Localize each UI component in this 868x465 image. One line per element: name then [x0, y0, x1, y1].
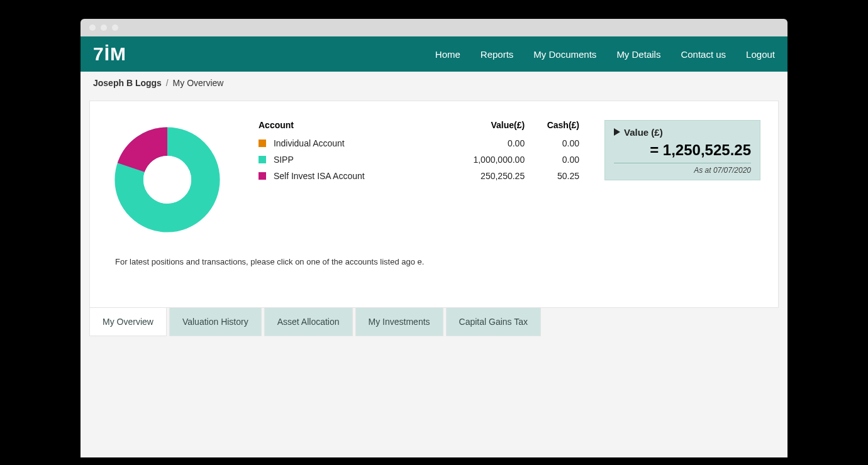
account-cash: 0.00 [525, 151, 579, 168]
logo[interactable]: 7İM [93, 43, 126, 65]
breadcrumb-separator: / [166, 78, 169, 88]
value-box-title: Value (£) [624, 127, 663, 138]
donut-chart [108, 120, 233, 242]
nav-links: Home Reports My Documents My Details Con… [435, 49, 775, 60]
tab-overview[interactable]: My Overview [89, 308, 167, 336]
donut-hole [143, 156, 191, 204]
breadcrumb-user[interactable]: Joseph B Loggs [93, 78, 162, 88]
account-value: 250,250.25 [438, 168, 525, 184]
table-row[interactable]: Self Invest ISA Account 250,250.25 50.25 [259, 168, 579, 184]
swatch-icon [259, 156, 266, 163]
breadcrumb-page: My Overview [173, 78, 224, 88]
account-value: 1,000,000.00 [438, 151, 525, 168]
breadcrumb: Joseph B Loggs / My Overview [81, 72, 787, 94]
svg-marker-0 [614, 128, 620, 136]
nav-logout[interactable]: Logout [746, 49, 775, 60]
tab-cgt[interactable]: Capital Gains Tax [446, 308, 541, 336]
tabs: My Overview Valuation History Asset Allo… [89, 308, 779, 336]
tab-history[interactable]: Valuation History [169, 308, 262, 336]
account-cash: 50.25 [525, 168, 579, 184]
account-label: Individual Account [274, 138, 345, 148]
value-box-asat: As at 07/07/2020 [614, 163, 751, 175]
swatch-icon [259, 140, 266, 147]
account-cash: 0.00 [525, 135, 579, 151]
table-row[interactable]: SIPP 1,000,000.00 0.00 [259, 151, 579, 168]
overview-panel: Account Value(£) Cash(£) Individual Acco… [89, 101, 779, 308]
swatch-icon [259, 172, 266, 180]
window-dot-3 [112, 25, 118, 31]
tab-investments[interactable]: My Investments [355, 308, 443, 336]
value-box-header: Value (£) [614, 127, 751, 138]
top-nav: 7İM Home Reports My Documents My Details… [81, 36, 787, 72]
donut-svg [108, 120, 227, 239]
play-icon [614, 127, 620, 138]
window-titlebar [81, 19, 787, 36]
col-value: Value(£) [438, 120, 525, 135]
total-value-box[interactable]: Value (£) = 1,250,525.25 As at 07/07/202… [604, 120, 760, 180]
app-root: 7İM Home Reports My Documents My Details… [81, 36, 787, 457]
nav-documents[interactable]: My Documents [533, 49, 596, 60]
nav-home[interactable]: Home [435, 49, 460, 60]
overview-row: Account Value(£) Cash(£) Individual Acco… [108, 120, 760, 242]
col-account: Account [259, 120, 438, 135]
nav-reports[interactable]: Reports [481, 49, 514, 60]
col-cash: Cash(£) [525, 120, 579, 135]
nav-details[interactable]: My Details [616, 49, 660, 60]
account-label: Self Invest ISA Account [274, 171, 365, 181]
window-dot-1 [89, 25, 96, 31]
table-header-row: Account Value(£) Cash(£) [259, 120, 579, 135]
window-dot-2 [101, 25, 107, 31]
table-row[interactable]: Individual Account 0.00 0.00 [259, 135, 579, 151]
tab-allocation[interactable]: Asset Allocation [264, 308, 353, 336]
accounts-table: Account Value(£) Cash(£) Individual Acco… [259, 120, 579, 184]
account-label: SIPP [274, 155, 294, 165]
nav-contact[interactable]: Contact us [681, 49, 726, 60]
browser-window: 7İM Home Reports My Documents My Details… [81, 19, 787, 457]
account-value: 0.00 [438, 135, 525, 151]
value-box-amount: = 1,250,525.25 [614, 138, 751, 163]
panel-note: For latest positions and transactions, p… [115, 257, 760, 266]
